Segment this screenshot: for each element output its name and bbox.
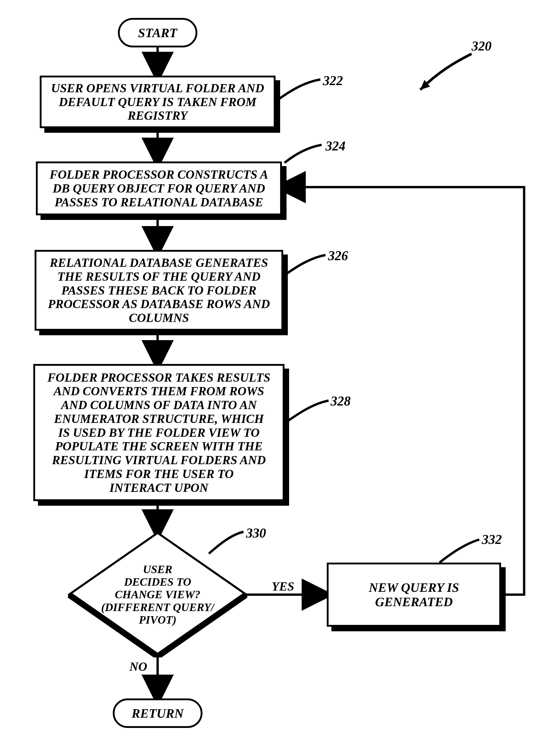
ref-332: 332 <box>482 532 502 547</box>
ref-330-leader <box>206 529 245 556</box>
process-326-text: RELATIONAL DATABASE GENERATES THE RESULT… <box>48 256 270 325</box>
process-324-text: FOLDER PROCESSOR CONSTRUCTS A DB QUERY O… <box>50 167 268 209</box>
return-node: RETURN <box>113 698 203 728</box>
edge-label-yes: YES <box>272 579 294 593</box>
ref-324: 324 <box>326 138 346 153</box>
ref-324-leader <box>282 142 323 165</box>
start-label: START <box>138 26 178 40</box>
process-328: FOLDER PROCESSOR TAKES RESULTS AND CONVE… <box>33 364 284 501</box>
ref-328: 328 <box>331 393 351 409</box>
process-324: FOLDER PROCESSOR CONSTRUCTS A DB QUERY O… <box>36 161 282 215</box>
ref-322-leader <box>277 77 323 103</box>
flowchart-canvas: 320 START USER OPENS VIRTUAL FOLDER AND … <box>0 0 560 741</box>
ref-328-leader <box>285 398 330 424</box>
ref-326: 326 <box>328 248 348 263</box>
ref-326-leader <box>283 253 327 277</box>
decision-330-text: USER DECIDES TO CHANGE VIEW? (DIFFERENT … <box>101 563 214 626</box>
process-326: RELATIONAL DATABASE GENERATES THE RESULT… <box>34 250 283 331</box>
ref-332-leader <box>437 537 481 565</box>
process-322-text: USER OPENS VIRTUAL FOLDER AND DEFAULT QU… <box>51 81 264 123</box>
diagram-ref-320: 320 <box>472 39 492 54</box>
return-label: RETURN <box>132 706 184 721</box>
diagram-ref-pointer <box>410 51 477 97</box>
process-328-text: FOLDER PROCESSOR TAKES RESULTS AND CONVE… <box>48 370 270 495</box>
start-node: START <box>118 18 197 48</box>
ref-330: 330 <box>246 526 266 541</box>
ref-322: 322 <box>323 73 343 88</box>
process-332-text: NEW QUERY IS GENERATED <box>369 580 459 609</box>
process-332: NEW QUERY IS GENERATED <box>327 562 501 627</box>
process-322: USER OPENS VIRTUAL FOLDER AND DEFAULT QU… <box>40 76 276 128</box>
edge-label-no: NO <box>129 660 147 674</box>
